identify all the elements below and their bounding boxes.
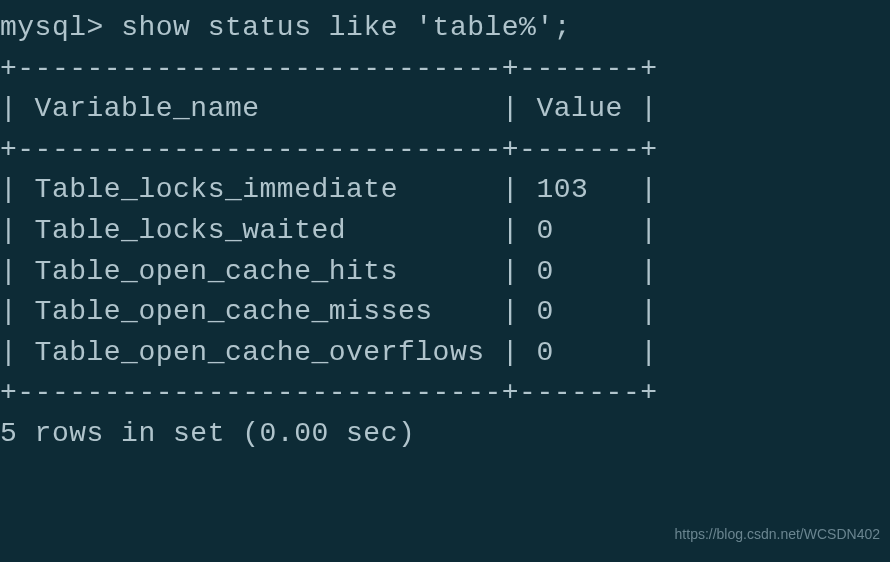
table-cell-variable: Table_open_cache_misses — [35, 296, 485, 327]
terminal-output: mysql> show status like 'table%'; +-----… — [0, 8, 890, 455]
table-cell-value: 0 — [536, 337, 623, 368]
column-header-variable: Variable_name — [35, 93, 485, 124]
table-cell-variable: Table_open_cache_overflows — [35, 337, 485, 368]
table-cell-value: 103 — [536, 174, 623, 205]
table-cell-variable: Table_locks_waited — [35, 215, 485, 246]
mysql-prompt: mysql> — [0, 12, 104, 43]
table-border-top: +----------------------------+-------+ — [0, 53, 658, 84]
sql-command: show status like 'table%'; — [121, 12, 571, 43]
table-border-bottom: +----------------------------+-------+ — [0, 377, 658, 408]
table-cell-variable: Table_open_cache_hits — [35, 256, 485, 287]
table-cell-variable: Table_locks_immediate — [35, 174, 485, 205]
result-footer: 5 rows in set (0.00 sec) — [0, 418, 415, 449]
table-cell-value: 0 — [536, 256, 623, 287]
table-cell-value: 0 — [536, 215, 623, 246]
watermark: https://blog.csdn.net/WCSDN402 — [675, 524, 880, 544]
table-cell-value: 0 — [536, 296, 623, 327]
column-header-value: Value — [536, 93, 623, 124]
table-border-mid: +----------------------------+-------+ — [0, 134, 658, 165]
